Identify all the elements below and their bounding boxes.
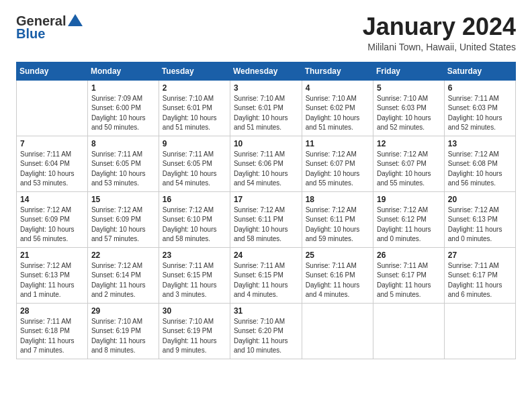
calendar-cell: 16Sunrise: 7:12 AMSunset: 6:10 PMDayligh…: [159, 191, 230, 247]
day-info: Sunrise: 7:11 AMSunset: 6:16 PMDaylight:…: [306, 261, 369, 300]
day-number: 15: [91, 195, 155, 204]
calendar-cell: 25Sunrise: 7:11 AMSunset: 6:16 PMDayligh…: [302, 247, 373, 303]
day-number: 22: [91, 250, 155, 260]
weekday-header-friday: Friday: [373, 62, 444, 80]
day-number: 27: [448, 250, 512, 260]
calendar-cell: 3Sunrise: 7:10 AMSunset: 6:01 PMDaylight…: [230, 80, 302, 136]
day-info: Sunrise: 7:12 AMSunset: 6:13 PMDaylight:…: [448, 205, 512, 244]
day-number: 2: [163, 83, 226, 93]
day-info: Sunrise: 7:10 AMSunset: 6:19 PMDaylight:…: [91, 317, 155, 356]
day-info: Sunrise: 7:12 AMSunset: 6:13 PMDaylight:…: [20, 261, 84, 300]
day-number: 13: [448, 139, 512, 148]
calendar-cell: 18Sunrise: 7:12 AMSunset: 6:11 PMDayligh…: [302, 191, 373, 247]
calendar-cell: [302, 303, 373, 359]
day-info: Sunrise: 7:12 AMSunset: 6:11 PMDaylight:…: [306, 205, 369, 244]
calendar-cell: 6Sunrise: 7:11 AMSunset: 6:03 PMDaylight…: [444, 80, 515, 136]
calendar-cell: 7Sunrise: 7:11 AMSunset: 6:04 PMDaylight…: [17, 136, 88, 191]
day-number: 20: [448, 195, 512, 204]
day-number: 16: [163, 195, 226, 204]
weekday-header-monday: Monday: [87, 62, 159, 80]
calendar-cell: 29Sunrise: 7:10 AMSunset: 6:19 PMDayligh…: [87, 303, 159, 359]
day-number: 29: [91, 306, 155, 316]
calendar-cell: 24Sunrise: 7:11 AMSunset: 6:15 PMDayligh…: [230, 247, 302, 303]
calendar-cell: 8Sunrise: 7:11 AMSunset: 6:05 PMDaylight…: [87, 136, 159, 191]
day-info: Sunrise: 7:11 AMSunset: 6:04 PMDaylight:…: [20, 150, 84, 189]
calendar-cell: 2Sunrise: 7:10 AMSunset: 6:01 PMDaylight…: [159, 80, 230, 136]
day-number: 26: [377, 250, 441, 260]
day-info: Sunrise: 7:11 AMSunset: 6:15 PMDaylight:…: [234, 261, 298, 300]
day-info: Sunrise: 7:12 AMSunset: 6:07 PMDaylight:…: [306, 150, 369, 189]
day-number: 1: [91, 83, 155, 93]
svg-marker-0: [68, 14, 83, 26]
calendar-cell: 23Sunrise: 7:11 AMSunset: 6:15 PMDayligh…: [159, 247, 230, 303]
calendar-cell: 9Sunrise: 7:11 AMSunset: 6:05 PMDaylight…: [159, 136, 230, 191]
calendar-cell: 26Sunrise: 7:11 AMSunset: 6:17 PMDayligh…: [373, 247, 444, 303]
day-number: 3: [234, 83, 298, 93]
day-info: Sunrise: 7:11 AMSunset: 6:18 PMDaylight:…: [20, 317, 84, 356]
day-number: 25: [306, 250, 369, 260]
day-info: Sunrise: 7:09 AMSunset: 6:00 PMDaylight:…: [91, 94, 155, 133]
calendar-cell: 30Sunrise: 7:10 AMSunset: 6:19 PMDayligh…: [159, 303, 230, 359]
calendar-cell: 12Sunrise: 7:12 AMSunset: 6:07 PMDayligh…: [373, 136, 444, 191]
page-header: General Blue January 2024 Mililani Town,…: [16, 13, 516, 52]
calendar-cell: 4Sunrise: 7:10 AMSunset: 6:02 PMDaylight…: [302, 80, 373, 136]
calendar-cell: 20Sunrise: 7:12 AMSunset: 6:13 PMDayligh…: [444, 191, 515, 247]
logo-blue-text: Blue: [16, 26, 45, 42]
weekday-header-sunday: Sunday: [17, 62, 88, 80]
calendar-cell: 19Sunrise: 7:12 AMSunset: 6:12 PMDayligh…: [373, 191, 444, 247]
location-subtitle: Mililani Town, Hawaii, United States: [363, 42, 516, 52]
calendar-cell: [444, 303, 515, 359]
day-info: Sunrise: 7:11 AMSunset: 6:15 PMDaylight:…: [163, 261, 226, 300]
calendar-cell: 17Sunrise: 7:12 AMSunset: 6:11 PMDayligh…: [230, 191, 302, 247]
calendar-cell: 13Sunrise: 7:12 AMSunset: 6:08 PMDayligh…: [444, 136, 515, 191]
day-number: 24: [234, 250, 298, 260]
day-info: Sunrise: 7:11 AMSunset: 6:05 PMDaylight:…: [163, 150, 226, 189]
day-info: Sunrise: 7:12 AMSunset: 6:07 PMDaylight:…: [377, 150, 441, 189]
day-number: 10: [234, 139, 298, 148]
title-block: January 2024 Mililani Town, Hawaii, Unit…: [363, 13, 516, 52]
day-info: Sunrise: 7:10 AMSunset: 6:20 PMDaylight:…: [234, 317, 298, 356]
day-number: 14: [20, 195, 84, 204]
day-number: 4: [306, 83, 369, 93]
calendar-cell: 14Sunrise: 7:12 AMSunset: 6:09 PMDayligh…: [17, 191, 88, 247]
day-number: 9: [163, 139, 226, 148]
day-info: Sunrise: 7:10 AMSunset: 6:01 PMDaylight:…: [234, 94, 298, 133]
week-row-5: 28Sunrise: 7:11 AMSunset: 6:18 PMDayligh…: [17, 303, 516, 359]
day-info: Sunrise: 7:12 AMSunset: 6:14 PMDaylight:…: [91, 261, 155, 300]
day-info: Sunrise: 7:12 AMSunset: 6:10 PMDaylight:…: [163, 205, 226, 244]
day-number: 7: [20, 139, 84, 148]
day-info: Sunrise: 7:11 AMSunset: 6:17 PMDaylight:…: [448, 261, 512, 300]
day-info: Sunrise: 7:10 AMSunset: 6:03 PMDaylight:…: [377, 94, 441, 133]
calendar-cell: 27Sunrise: 7:11 AMSunset: 6:17 PMDayligh…: [444, 247, 515, 303]
calendar-cell: 28Sunrise: 7:11 AMSunset: 6:18 PMDayligh…: [17, 303, 88, 359]
day-number: 11: [306, 139, 369, 148]
day-info: Sunrise: 7:12 AMSunset: 6:09 PMDaylight:…: [91, 205, 155, 244]
weekday-header-wednesday: Wednesday: [230, 62, 302, 80]
week-row-2: 7Sunrise: 7:11 AMSunset: 6:04 PMDaylight…: [17, 136, 516, 191]
day-number: 12: [377, 139, 441, 148]
day-info: Sunrise: 7:12 AMSunset: 6:12 PMDaylight:…: [377, 205, 441, 244]
day-info: Sunrise: 7:10 AMSunset: 6:02 PMDaylight:…: [306, 94, 369, 133]
logo: General Blue: [16, 13, 83, 42]
calendar-cell: 11Sunrise: 7:12 AMSunset: 6:07 PMDayligh…: [302, 136, 373, 191]
logo-icon: [68, 14, 83, 26]
day-info: Sunrise: 7:12 AMSunset: 6:08 PMDaylight:…: [448, 150, 512, 189]
week-row-3: 14Sunrise: 7:12 AMSunset: 6:09 PMDayligh…: [17, 191, 516, 247]
calendar-table: SundayMondayTuesdayWednesdayThursdayFrid…: [16, 62, 516, 359]
day-info: Sunrise: 7:11 AMSunset: 6:06 PMDaylight:…: [234, 150, 298, 189]
day-number: 21: [20, 250, 84, 260]
calendar-cell: 22Sunrise: 7:12 AMSunset: 6:14 PMDayligh…: [87, 247, 159, 303]
day-info: Sunrise: 7:10 AMSunset: 6:01 PMDaylight:…: [163, 94, 226, 133]
calendar-cell: [373, 303, 444, 359]
day-info: Sunrise: 7:11 AMSunset: 6:03 PMDaylight:…: [448, 94, 512, 133]
weekday-header-saturday: Saturday: [444, 62, 515, 80]
day-info: Sunrise: 7:11 AMSunset: 6:05 PMDaylight:…: [91, 150, 155, 189]
day-number: 5: [377, 83, 441, 93]
weekday-header-row: SundayMondayTuesdayWednesdayThursdayFrid…: [17, 62, 516, 80]
weekday-header-tuesday: Tuesday: [159, 62, 230, 80]
calendar-cell: 5Sunrise: 7:10 AMSunset: 6:03 PMDaylight…: [373, 80, 444, 136]
day-info: Sunrise: 7:12 AMSunset: 6:09 PMDaylight:…: [20, 205, 84, 244]
day-info: Sunrise: 7:11 AMSunset: 6:17 PMDaylight:…: [377, 261, 441, 300]
calendar-cell: 1Sunrise: 7:09 AMSunset: 6:00 PMDaylight…: [87, 80, 159, 136]
day-number: 23: [163, 250, 226, 260]
